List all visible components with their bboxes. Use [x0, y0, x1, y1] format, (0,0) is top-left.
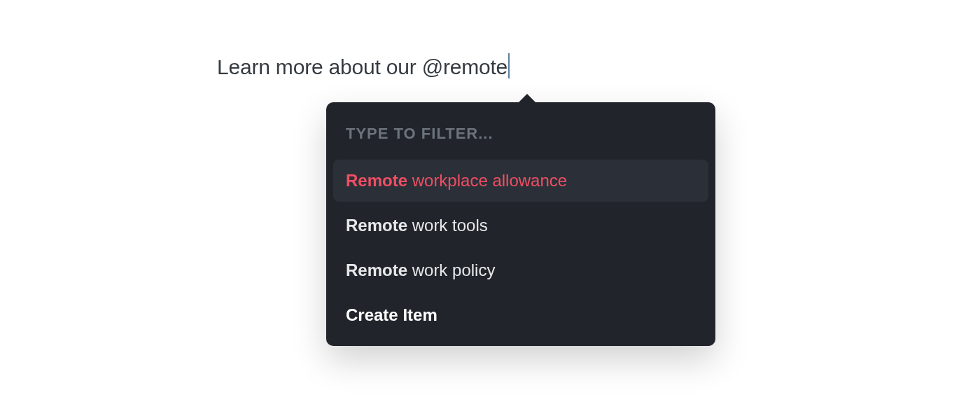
composer-input[interactable]: Learn more about our @remote	[217, 55, 510, 80]
suggestion-item[interactable]: Remote work policy	[333, 249, 708, 291]
suggestion-rest: work tools	[407, 216, 488, 235]
suggestion-match: Remote	[346, 261, 407, 279]
suggestion-item[interactable]: Remote work tools	[333, 204, 708, 247]
suggestion-item[interactable]: Remote workplace allowance	[333, 160, 708, 202]
text-caret	[508, 53, 510, 78]
suggestion-rest: work policy	[407, 261, 495, 279]
filter-label: TYPE TO FILTER...	[333, 109, 708, 157]
create-item-button[interactable]: Create Item	[333, 294, 708, 331]
mention-popover: TYPE TO FILTER... Remote workplace allow…	[326, 102, 715, 346]
suggestion-match: Remote	[346, 216, 407, 235]
suggestion-match: Remote	[346, 171, 407, 190]
composer-text: Learn more about our @remote	[217, 55, 507, 79]
suggestion-rest: workplace allowance	[407, 171, 567, 190]
